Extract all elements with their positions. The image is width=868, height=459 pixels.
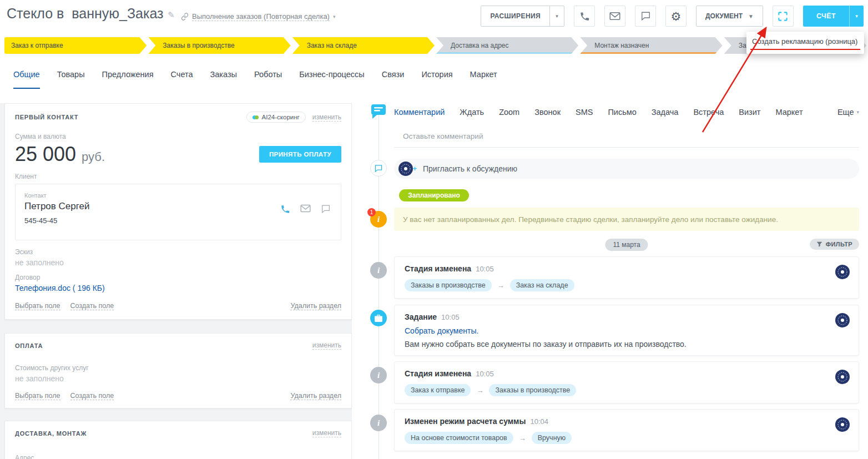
tab-orders[interactable]: Заказы [210, 70, 237, 89]
address-label: Адрес [15, 454, 341, 459]
arrow-right-icon: → [476, 386, 483, 395]
deal-stage-bar: Заказ к отправке Заказы в производстве З… [4, 37, 868, 54]
tab-history[interactable]: История [421, 70, 452, 89]
contract-label: Договор [15, 274, 341, 281]
delete-section-link[interactable]: Удалить раздел [290, 392, 341, 400]
extensions-button-label: РАСШИРЕНИЯ [481, 6, 549, 26]
tl-tab-task[interactable]: Задача [652, 108, 679, 117]
contact-call-button[interactable] [280, 204, 290, 216]
ai-scoring-icon [253, 114, 259, 120]
avatar[interactable] [835, 370, 850, 386]
accept-payment-button[interactable]: ПРИНЯТЬ ОПЛАТУ [259, 146, 341, 163]
extensions-caret-icon[interactable]: ▾ [549, 6, 564, 26]
create-field-link[interactable]: Создать поле [70, 302, 114, 310]
alert-count-badge: 1 [367, 208, 376, 216]
contact-card[interactable]: Контакт Петров Сергей 545-45-45 [15, 184, 341, 240]
invite-to-discussion[interactable]: + Пригласить к обсуждению [394, 159, 859, 179]
tl-tab-comment[interactable]: Комментарий [394, 108, 445, 117]
tab-relations[interactable]: Связи [382, 70, 405, 89]
no-planned-activities-alert: У вас нет запланированных дел. Передвинь… [394, 208, 859, 231]
stage-to-badge: Заказы в производстве [489, 384, 576, 396]
tl-tab-zoom[interactable]: Zoom [499, 108, 519, 117]
tab-invoices[interactable]: Счета [171, 70, 193, 89]
avatar[interactable] [835, 265, 850, 281]
tab-general[interactable]: Общие [13, 70, 40, 89]
arrow-right-icon: → [497, 281, 504, 290]
chat-button[interactable] [635, 6, 656, 27]
page-title: Стекло в ванную_Заказ [7, 6, 163, 22]
tab-products[interactable]: Товары [57, 70, 85, 89]
topbar: Стекло в ванную_Заказ ✎ Выполнение заказ… [0, 0, 868, 34]
mode-from-badge: На основе стоимости товаров [405, 432, 513, 444]
section-title: ОПЛАТА [15, 342, 43, 349]
contact-email-button[interactable] [300, 204, 311, 216]
settings-button[interactable]: ⚙ [665, 6, 687, 27]
select-field-link[interactable]: Выбрать поле [15, 392, 60, 400]
tl-tab-visit[interactable]: Визит [739, 108, 760, 117]
document-button[interactable]: ДОКУМЕНТ ▼ [696, 6, 763, 27]
tl-tab-more[interactable]: Еще ▾ [837, 108, 859, 117]
tab-quotes[interactable]: Предложения [102, 70, 154, 89]
task-link[interactable]: Собрать документы. [405, 326, 478, 335]
avatar[interactable] [835, 417, 850, 434]
invoice-button[interactable]: СЧЁТ ▾ [803, 6, 864, 27]
avatar [398, 162, 413, 176]
chevron-down-icon: ▾ [856, 109, 859, 115]
envelope-icon [609, 12, 620, 21]
tab-robots[interactable]: Роботы [254, 70, 282, 89]
info-icon: i [370, 415, 387, 431]
tab-market[interactable]: Маркет [470, 70, 497, 89]
invoice-caret-icon[interactable]: ▾ [849, 6, 864, 27]
tl-tab-sms[interactable]: SMS [576, 108, 593, 117]
edit-title-icon[interactable]: ✎ [168, 10, 175, 20]
stage-order-in-stock[interactable]: Заказ на складе [292, 37, 435, 54]
delete-section-link[interactable]: Удалить раздел [290, 302, 341, 310]
pipeline-link[interactable]: Выполнение заказов (Повторная сделка) [192, 12, 330, 21]
filter-button[interactable]: ФИЛЬТР [810, 239, 859, 250]
stage-orders-in-production[interactable]: Заказы в производстве [148, 37, 290, 54]
tl-tab-wait[interactable]: Ждать [460, 108, 484, 117]
email-button[interactable] [604, 6, 625, 27]
invoice-button-label: СЧЁТ [803, 6, 849, 27]
automation-button[interactable] [773, 6, 794, 27]
stage-from-badge: Заказы в производстве [405, 279, 492, 291]
link-icon [181, 13, 189, 21]
tl-tab-meeting[interactable]: Встреча [693, 108, 724, 117]
phone-icon [280, 204, 290, 214]
menu-item-create-reclamation[interactable]: Создать рекламацию (розница) [746, 32, 864, 48]
contact-kind-label: Контакт [24, 192, 332, 199]
tl-tab-call[interactable]: Звонок [534, 108, 561, 117]
section-payment: ОПЛАТА изменить Стоимость других услуг н… [4, 333, 352, 408]
contact-chat-button[interactable] [321, 204, 331, 216]
stage-delivery[interactable]: Доставка на адрес [436, 37, 578, 54]
comment-input[interactable]: Оставьте комментарий [394, 125, 859, 148]
ai-scoring-badge[interactable]: AI24-скоринг [246, 112, 306, 123]
section-delivery: ДОСТАВКА, МОНТАЖ изменить Адрес [4, 421, 352, 459]
contact-phone: 545-45-45 [24, 216, 332, 225]
stage-order-to-ship[interactable]: Заказ к отправке [4, 37, 147, 54]
arrow-right-icon: → [519, 434, 526, 442]
task-description: Вам нужно собрать все документы по заказ… [405, 340, 849, 349]
edit-section-link[interactable]: изменить [312, 341, 341, 350]
tl-tab-market[interactable]: Маркет [775, 108, 803, 117]
section-first-contact: ПЕРВЫЙ КОНТАКТ AI24-скоринг изменить Сум… [4, 103, 352, 320]
automation-corners-icon [778, 11, 788, 22]
call-button[interactable] [574, 6, 595, 27]
select-field-link[interactable]: Выбрать поле [15, 302, 60, 310]
create-field-link[interactable]: Создать поле [70, 392, 114, 400]
edit-section-link[interactable]: изменить [312, 113, 341, 122]
date-separator-row: 11 марта ФИЛЬТР [394, 239, 859, 251]
stage-installation[interactable]: Монтаж назначен [580, 37, 722, 54]
client-label: Клиент [15, 173, 341, 180]
plus-icon: + [412, 164, 417, 173]
pipeline-caret-icon[interactable]: ▾ [333, 14, 336, 19]
tl-tab-email[interactable]: Письмо [608, 108, 636, 117]
extensions-button[interactable]: РАСШИРЕНИЯ ▾ [481, 6, 564, 27]
other-services-label: Стоимость других услуг [15, 364, 341, 372]
edit-section-link[interactable]: изменить [312, 429, 341, 437]
contract-file-link[interactable]: Телефония.doc ( 196 КБ) [15, 284, 105, 292]
deal-amount: 25 000руб. [15, 143, 105, 166]
avatar[interactable] [835, 313, 850, 330]
tab-business-processes[interactable]: Бизнес-процессы [299, 70, 365, 89]
task-icon [370, 310, 387, 326]
